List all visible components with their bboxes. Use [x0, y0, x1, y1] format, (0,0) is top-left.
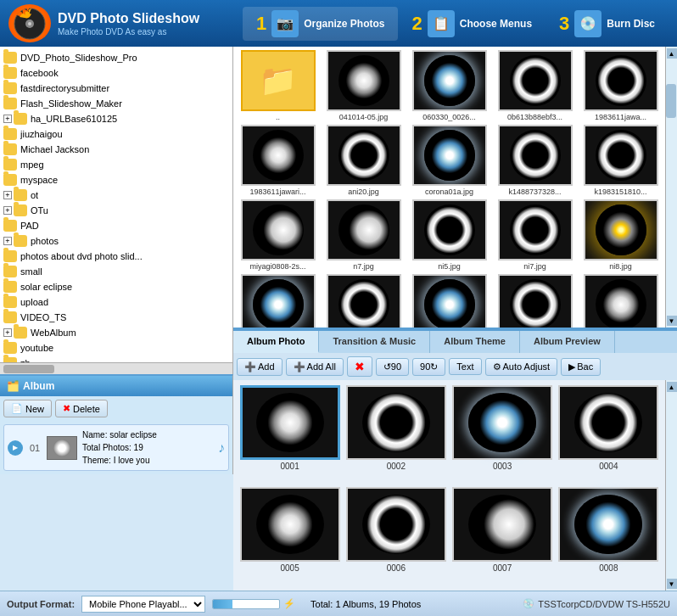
photo-cell-11[interactable]: n7.jpg: [322, 199, 405, 271]
add-all-button[interactable]: ➕ Add All: [286, 358, 344, 376]
photo-cell-10[interactable]: miyagi0808-2s...: [237, 199, 319, 271]
add-button[interactable]: ➕ Add: [237, 358, 283, 376]
tree-item-zb[interactable]: zb: [0, 356, 232, 362]
folder-icon: [3, 82, 17, 94]
expand-icon[interactable]: +: [3, 328, 12, 337]
ap-num-0001: 0001: [281, 462, 299, 471]
delete-btn-label: Delete: [73, 404, 100, 414]
back-label: Bac: [577, 361, 593, 372]
tree-item-solar[interactable]: solar eclipse: [0, 279, 232, 294]
new-album-button[interactable]: 📄 New: [3, 400, 52, 417]
tree-horizontal-scroll[interactable]: [0, 362, 232, 374]
photo-cell-1[interactable]: 041014-05.jpg: [322, 50, 405, 121]
ap-thumb-0007: [452, 487, 552, 562]
ap-cell-0003[interactable]: 0003: [451, 385, 554, 484]
step-3-num: 3: [559, 13, 569, 35]
photo-grid[interactable]: 📁 .. 041014-05.jpg: [233, 47, 665, 328]
tree-item-ha[interactable]: + ha_URLBase610125: [0, 111, 232, 126]
photo-browser: 📁 .. 041014-05.jpg: [233, 47, 665, 328]
album-name: Name: solar eclipse: [82, 428, 213, 441]
delete-photo-button[interactable]: ✖: [347, 356, 372, 377]
expand-icon[interactable]: +: [3, 206, 12, 215]
ap-cell-0005[interactable]: 0005: [238, 487, 341, 585]
photo-cell-4[interactable]: 1983611jawa...: [579, 50, 662, 121]
rotate-left-button[interactable]: ↺90: [376, 358, 409, 376]
photo-cell-12[interactable]: ni5.jpg: [408, 199, 490, 271]
expand-icon[interactable]: +: [3, 237, 12, 245]
ap-cell-0002[interactable]: 0002: [344, 385, 447, 484]
tree-item-myspace[interactable]: myspace: [0, 172, 232, 188]
ap-cell-0008[interactable]: 0008: [557, 487, 660, 585]
tree-item-mpeg[interactable]: mpeg: [0, 157, 232, 172]
tab-album-photo[interactable]: Album Photo: [233, 331, 319, 353]
tree-item-youtube[interactable]: youtube: [0, 340, 232, 356]
file-tree[interactable]: DVD_Photo_Slideshow_Pro facebook fastdir…: [0, 47, 232, 362]
photo-cell-6[interactable]: ani20.jpg: [322, 125, 405, 196]
photo-cell-parent[interactable]: 📁 ..: [237, 50, 319, 121]
tree-item-photos-about[interactable]: photos about dvd photo slid...: [0, 249, 232, 264]
ap-cell-0001[interactable]: 0001: [238, 385, 341, 484]
tree-item-otu[interactable]: + OTu: [0, 203, 232, 218]
ap-cell-0007[interactable]: 0007: [451, 487, 554, 585]
photo-cell-9[interactable]: k1983151810...: [579, 125, 662, 196]
photo-cell-5[interactable]: 1983611jawari...: [237, 125, 319, 196]
expand-icon[interactable]: +: [3, 115, 12, 123]
rotate-right-button[interactable]: 90↻: [412, 358, 445, 376]
ap-cell-0004[interactable]: 0004: [557, 385, 660, 484]
photo-cell-16[interactable]: [322, 274, 405, 328]
tree-item-upload[interactable]: upload: [0, 294, 232, 310]
auto-adjust-button[interactable]: ⚙ Auto Adjust: [485, 358, 558, 376]
album-icon: 🗂️: [7, 380, 20, 392]
tree-item-pad[interactable]: PAD: [0, 218, 232, 233]
photo-cell-8[interactable]: k1488737328...: [494, 125, 576, 196]
photo-cell-3[interactable]: 0b613b88ebf3...: [494, 50, 576, 121]
tree-item-facebook[interactable]: facebook: [0, 65, 232, 81]
photo-cell-17[interactable]: [408, 274, 490, 328]
tree-item-small[interactable]: small: [0, 264, 232, 279]
tab-theme[interactable]: Album Theme: [430, 331, 520, 353]
album-toolbar: 📄 New ✖ Delete: [0, 396, 232, 421]
output-format-select[interactable]: Mobile Phone Playabl... DVD Blu-ray SVCD…: [81, 596, 205, 613]
photo-cell-13[interactable]: ni7.jpg: [494, 199, 576, 271]
photo-thumb-8: [498, 125, 573, 186]
album-photo-scrollbar[interactable]: ▲ ▼: [665, 380, 677, 591]
tree-item-video[interactable]: VIDEO_TS: [0, 310, 232, 325]
photo-scrollbar[interactable]: ▲ ▼: [665, 47, 677, 328]
folder-icon: [3, 357, 17, 362]
text-button[interactable]: Text: [449, 358, 481, 375]
music-icon: ♪: [218, 440, 225, 456]
tree-item-michael[interactable]: Michael Jackson: [0, 142, 232, 157]
app-header: DVD Photo Slideshow Make Photo DVD As ea…: [0, 0, 677, 47]
tree-item-jiuzhai[interactable]: jiuzhaigou: [0, 126, 232, 142]
ap-cell-0006[interactable]: 0006: [344, 487, 447, 585]
step-1[interactable]: 1 📷 Organize Photos: [243, 7, 399, 41]
tree-item-dvd[interactable]: DVD_Photo_Slideshow_Pro: [0, 50, 232, 65]
photo-thumb-16: [327, 274, 401, 328]
album-photo-grid[interactable]: 0001 0002 0003: [233, 380, 665, 591]
back-button[interactable]: ▶ Bac: [561, 358, 601, 376]
delete-album-button[interactable]: ✖ Delete: [55, 400, 108, 417]
expand-icon[interactable]: +: [3, 191, 12, 199]
photo-cell-14[interactable]: ni8.jpg: [579, 199, 662, 271]
step-3[interactable]: 3 💿 Burn Disc: [546, 7, 669, 41]
tree-item-fastdir[interactable]: fastdirectorysubmitter: [0, 81, 232, 96]
photo-cell-19[interactable]: [579, 274, 662, 328]
tab-preview[interactable]: Album Preview: [520, 331, 615, 353]
tree-item-flash[interactable]: Flash_Slideshow_Maker: [0, 96, 232, 111]
photo-thumb-3: [498, 50, 573, 111]
step-2[interactable]: 2 📋 Choose Menus: [398, 7, 546, 41]
tab-transition[interactable]: Transition & Music: [319, 331, 430, 353]
album-item[interactable]: ▶ 01 Name: solar eclipse Total Photos: 1…: [3, 424, 229, 471]
tree-item-ot[interactable]: + ot: [0, 188, 232, 203]
play-button[interactable]: ▶: [8, 440, 23, 456]
album-num: 01: [28, 443, 42, 453]
photo-cell-15[interactable]: [237, 274, 319, 328]
photo-cell-7[interactable]: corona01a.jpg: [408, 125, 490, 196]
ap-num-0004: 0004: [599, 462, 618, 471]
photo-cell-18[interactable]: [494, 274, 576, 328]
tree-item-webalbum[interactable]: + WebAlbum: [0, 325, 232, 340]
photo-cell-2[interactable]: 060330_0026...: [408, 50, 490, 121]
tree-item-photos[interactable]: + photos: [0, 233, 232, 249]
ap-num-0005: 0005: [281, 563, 299, 573]
step-3-icon: 💿: [574, 10, 601, 37]
